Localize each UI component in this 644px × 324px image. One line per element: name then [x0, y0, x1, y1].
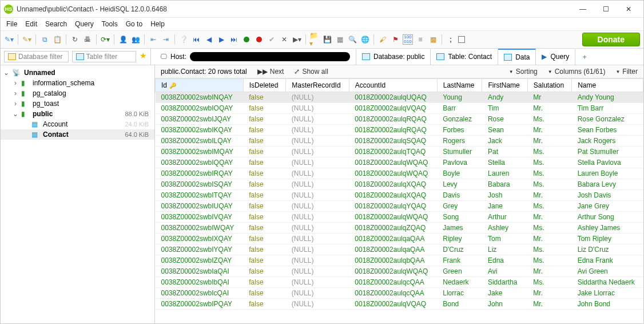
cell-lastname[interactable]: Young [437, 92, 482, 103]
cell-salutation[interactable]: Ms. [527, 157, 571, 168]
search-icon[interactable]: 🔍 [347, 34, 357, 45]
cell-id[interactable]: 0038Z00002swbIPQAY [156, 299, 244, 310]
cell-isdeleted[interactable]: false [243, 147, 286, 157]
cell-masterrecordid[interactable]: (NULL) [286, 114, 349, 125]
cell-name[interactable]: Rose Gonzalez [572, 114, 643, 125]
tab-data[interactable]: Data [498, 49, 536, 65]
cell-name[interactable]: Liz D'Cruz [572, 244, 643, 255]
cell-firstname[interactable]: Stella [482, 157, 527, 168]
cell-isdeleted[interactable]: false [243, 157, 286, 168]
tab-new[interactable]: ＋ [575, 49, 594, 65]
cell-id[interactable]: 0038Z00002swbIVQAY [156, 212, 244, 223]
cell-accountid[interactable]: 0018Z00002aulqUQAQ [349, 92, 437, 103]
cell-isdeleted[interactable]: false [243, 179, 286, 190]
tree-table-account[interactable]: ▦ Account 24.0 KiB [1, 119, 154, 129]
cell-accountid[interactable]: 0018Z00002aulqWQAQ [349, 266, 437, 277]
cell-lastname[interactable]: Song [437, 212, 482, 223]
cell-isdeleted[interactable]: false [243, 223, 286, 234]
next-button[interactable]: ▶▶Next [257, 68, 284, 76]
col-header-firstname[interactable]: FirstName [482, 79, 527, 92]
next-arrow-icon[interactable]: ⇥ [161, 34, 171, 45]
cell-firstname[interactable]: Jake [482, 288, 527, 299]
cell-name[interactable]: Ashley James [572, 223, 643, 234]
cell-name[interactable]: Andy Young [572, 92, 643, 103]
cell-id[interactable]: 0038Z00002swbITQAY [156, 190, 244, 201]
maximize-button[interactable]: ☐ [594, 1, 617, 17]
table-row[interactable]: 0038Z00002swbIMQAYfalse(NULL)0018Z00002a… [156, 147, 643, 157]
cell-id[interactable]: 0038Z00002swbIbQAI [156, 277, 244, 288]
cell-masterrecordid[interactable]: (NULL) [286, 136, 349, 147]
cell-name[interactable]: Babara Levy [572, 179, 643, 190]
cell-firstname[interactable]: Jack [482, 136, 527, 147]
cell-accountid[interactable]: 0018Z00002aulqVQAQ [349, 103, 437, 114]
cell-name[interactable]: John Bond [572, 299, 643, 310]
cell-name[interactable]: Edna Frank [572, 255, 643, 266]
cell-firstname[interactable]: Tim [482, 103, 527, 114]
cell-name[interactable]: Lauren Boyle [572, 168, 643, 179]
tree-table-contact[interactable]: ▦ Contact 64.0 KiB [1, 129, 154, 140]
cell-firstname[interactable]: Rose [482, 114, 527, 125]
table-row[interactable]: 0038Z00002swbIUQAYfalse(NULL)0018Z00002a… [156, 201, 643, 212]
print-icon[interactable]: 🖶 [82, 34, 93, 45]
menu-tools[interactable]: Tools [102, 20, 118, 28]
tree-node-pg_catalog[interactable]: › ▮ pg_catalog [1, 88, 154, 98]
cell-accountid[interactable]: 0018Z00002aulqcQAA [349, 288, 437, 299]
col-header-id[interactable]: Id🔑 [156, 79, 244, 92]
cell-masterrecordid[interactable]: (NULL) [286, 147, 349, 157]
cell-isdeleted[interactable]: false [243, 234, 286, 244]
cell-accountid[interactable]: 0018Z00002aulqXQAQ [349, 190, 437, 201]
cell-isdeleted[interactable]: false [243, 190, 286, 201]
cell-lastname[interactable]: D'Cruz [437, 244, 482, 255]
cell-name[interactable]: Siddartha Nedaerk [572, 277, 643, 288]
cell-lastname[interactable]: Pavlova [437, 157, 482, 168]
cell-masterrecordid[interactable]: (NULL) [286, 157, 349, 168]
table-row[interactable]: 0038Z00002swbITQAYfalse(NULL)0018Z00002a… [156, 190, 643, 201]
stop-icon[interactable] [458, 36, 465, 43]
users-icon[interactable]: 👥 [130, 34, 141, 45]
apply-icon[interactable]: ✔ [267, 34, 277, 45]
table-row[interactable]: 0038Z00002swbIRQAYfalse(NULL)0018Z00002a… [156, 168, 643, 179]
cell-salutation[interactable]: Ms. [527, 277, 571, 288]
refresh-icon[interactable]: ⟳▾ [100, 34, 110, 45]
cell-id[interactable]: 0038Z00002swbIcQAI [156, 288, 244, 299]
menu-go-to[interactable]: Go to [126, 20, 142, 28]
grid-icon[interactable]: ▦ [428, 34, 438, 45]
cell-salutation[interactable]: Ms. [527, 114, 571, 125]
tab-query[interactable]: ▶ Query [536, 49, 575, 65]
cell-firstname[interactable]: Andy [482, 92, 527, 103]
database-filter-input[interactable]: Database filter [4, 51, 69, 62]
forward-icon[interactable]: ▶ [216, 34, 226, 45]
tab-database[interactable]: Database: public [356, 49, 431, 65]
cell-lastname[interactable]: Stumuller [437, 147, 482, 157]
brush-icon[interactable]: 🖌 [377, 34, 388, 45]
table-filter-input[interactable]: Table filter [72, 51, 137, 62]
chevron-down-icon[interactable]: ⌄ [3, 69, 10, 77]
cell-salutation[interactable]: Mr. [527, 125, 571, 136]
cell-lastname[interactable]: Nedaerk [437, 277, 482, 288]
table-row[interactable]: 0038Z00002swbISQAYfalse(NULL)0018Z00002a… [156, 179, 643, 190]
cell-id[interactable]: 0038Z00002swbIRQAY [156, 168, 244, 179]
minimize-button[interactable]: — [571, 1, 594, 17]
filter-button[interactable]: ▼Filter [615, 68, 638, 76]
folder-icon[interactable]: 📁▾ [309, 34, 320, 45]
cell-id[interactable]: 0038Z00002swbIaQAI [156, 266, 244, 277]
cell-isdeleted[interactable]: false [243, 201, 286, 212]
cell-accountid[interactable]: 0018Z00002aulqWQAQ [349, 157, 437, 168]
cell-name[interactable]: Jack Rogers [572, 136, 643, 147]
tree-node-pg_toast[interactable]: › ▮ pg_toast [1, 98, 154, 109]
tab-table[interactable]: Table: Contact [431, 49, 498, 65]
cell-name[interactable]: Sean Forbes [572, 125, 643, 136]
cell-isdeleted[interactable]: false [243, 125, 286, 136]
cell-accountid[interactable]: 0018Z00002aulqXQAQ [349, 179, 437, 190]
table-row[interactable]: 0038Z00002swbINQAYfalse(NULL)0018Z00002a… [156, 92, 643, 103]
menu-help[interactable]: Help [150, 20, 165, 28]
remove-icon[interactable] [254, 34, 264, 45]
cell-isdeleted[interactable]: false [243, 266, 286, 277]
table-row[interactable]: 0038Z00002swbIPQAYfalse(NULL)0018Z00002a… [156, 299, 643, 310]
cell-masterrecordid[interactable]: (NULL) [286, 288, 349, 299]
col-header-salutation[interactable]: Salutation [527, 79, 571, 92]
cell-accountid[interactable]: 0018Z00002aulqYQAQ [349, 201, 437, 212]
table-row[interactable]: 0038Z00002swbIKQAYfalse(NULL)0018Z00002a… [156, 125, 643, 136]
cell-name[interactable]: Pat Stumuller [572, 147, 643, 157]
cell-masterrecordid[interactable]: (NULL) [286, 190, 349, 201]
